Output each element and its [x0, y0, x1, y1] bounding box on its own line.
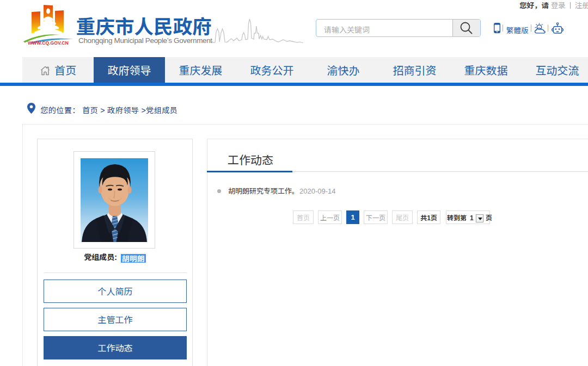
svg-text:WWW.CQ.GOV.CN: WWW.CQ.GOV.CN — [28, 40, 69, 46]
